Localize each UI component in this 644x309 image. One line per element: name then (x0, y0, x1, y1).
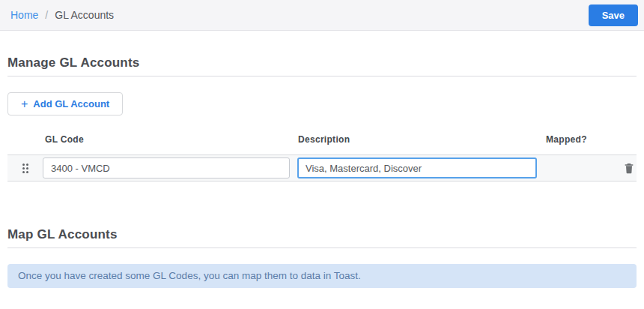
column-header-description: Description (297, 134, 537, 145)
add-gl-account-label: Add GL Account (33, 98, 109, 110)
manage-section-title: Manage GL Accounts (7, 56, 637, 70)
gl-code-cell (43, 158, 290, 178)
gl-code-input[interactable] (43, 158, 290, 178)
table-header-row: GL Code Description Mapped? (7, 134, 637, 145)
breadcrumb: Home / GL Accounts (10, 9, 114, 21)
column-header-mapped: Mapped? (546, 134, 610, 145)
handle-cell (7, 164, 43, 173)
main-content: Manage GL Accounts + Add GL Account GL C… (0, 56, 644, 288)
gl-accounts-page: Home / GL Accounts Save Manage GL Accoun… (0, 0, 644, 309)
actions-cell (610, 161, 637, 175)
breadcrumb-bar: Home / GL Accounts Save (0, 0, 644, 31)
gl-accounts-table: GL Code Description Mapped? (7, 134, 637, 182)
manage-gl-accounts-section: Manage GL Accounts + Add GL Account GL C… (7, 56, 637, 182)
breadcrumb-separator: / (45, 9, 48, 21)
map-section-title: Map GL Accounts (7, 227, 637, 242)
section-divider (7, 76, 637, 76)
breadcrumb-home-link[interactable]: Home (10, 9, 38, 21)
plus-icon: + (21, 98, 28, 110)
column-header-gl-code: GL Code (43, 134, 290, 145)
table-row (7, 154, 637, 182)
drag-handle-icon[interactable] (22, 164, 28, 173)
description-input[interactable] (297, 158, 537, 178)
section-divider-2 (7, 248, 637, 248)
trash-icon[interactable] (623, 161, 635, 175)
breadcrumb-current: GL Accounts (55, 9, 114, 21)
save-button[interactable]: Save (589, 4, 638, 26)
info-alert: Once you have created some GL Codes, you… (7, 264, 637, 288)
add-gl-account-button[interactable]: + Add GL Account (7, 92, 123, 116)
description-cell (297, 158, 537, 178)
map-gl-accounts-section: Map GL Accounts Once you have created so… (7, 227, 637, 288)
